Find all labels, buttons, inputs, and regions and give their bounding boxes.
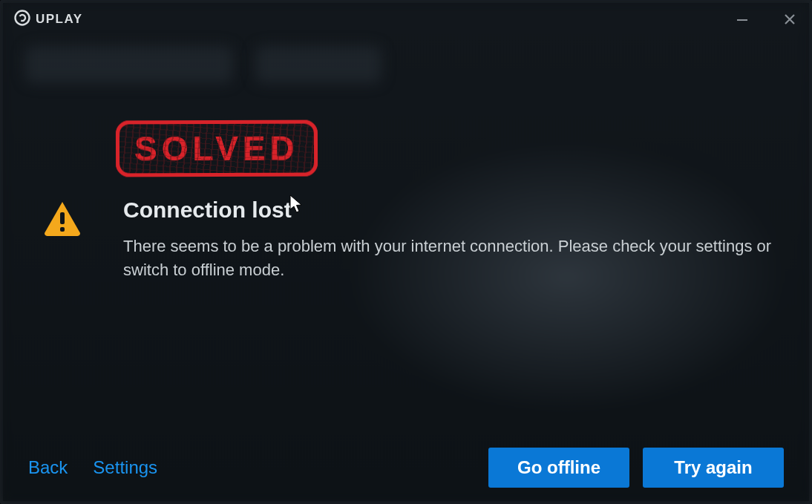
warning-icon: [43, 200, 82, 239]
go-offline-button[interactable]: Go offline: [488, 448, 629, 488]
titlebar: UPLAY: [3, 3, 809, 36]
error-title: Connection lost: [123, 197, 776, 223]
error-message: There seems to be a problem with your in…: [123, 235, 776, 282]
uplay-logo-icon: [13, 9, 31, 30]
app-name: UPLAY: [36, 12, 83, 27]
app-window: UPLAY SOLVED Connection lost There: [0, 0, 812, 504]
svg-rect-2: [737, 19, 747, 21]
try-again-button[interactable]: Try again: [643, 448, 784, 488]
window-controls: [733, 10, 799, 28]
svg-point-0: [16, 11, 30, 25]
footer-buttons: Go offline Try again: [488, 448, 784, 488]
close-button[interactable]: [781, 10, 799, 28]
minimize-button[interactable]: [733, 10, 751, 28]
error-text: Connection lost There seems to be a prob…: [123, 197, 776, 282]
settings-link[interactable]: Settings: [93, 457, 157, 478]
svg-rect-3: [60, 212, 65, 224]
footer-links: Back Settings: [28, 457, 157, 478]
svg-point-1: [19, 14, 27, 22]
content-area: SOLVED Connection lost There seems to be…: [3, 3, 809, 501]
brand: UPLAY: [13, 9, 83, 30]
footer: Back Settings Go offline Try again: [3, 434, 809, 501]
error-panel: Connection lost There seems to be a prob…: [43, 197, 779, 282]
back-link[interactable]: Back: [28, 457, 68, 478]
solved-stamp: SOLVED: [116, 120, 318, 177]
svg-rect-4: [60, 227, 65, 232]
